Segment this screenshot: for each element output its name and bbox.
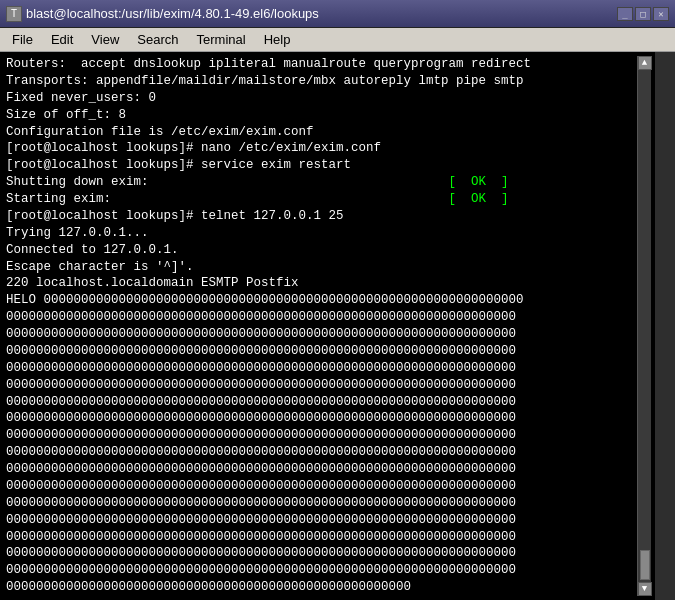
terminal-line: Shutting down exim: [ OK ] [6,174,637,191]
terminal-line: Escape character is '^]'. [6,259,637,276]
terminal-line: Starting exim: [ OK ] [6,191,637,208]
terminal-line: 0000000000000000000000000000000000000000… [6,360,637,377]
maximize-button[interactable]: □ [635,7,651,21]
terminal-line: 0000000000000000000000000000000000000000… [6,410,637,427]
terminal-output: Routers: accept dnslookup ipliteral manu… [6,56,637,596]
terminal-line: 0000000000000000000000000000000000000000… [6,461,637,478]
terminal-window[interactable]: Routers: accept dnslookup ipliteral manu… [0,52,655,600]
terminal-line: Trying 127.0.0.1... [6,225,637,242]
terminal-line: 0000000000000000000000000000000000000000… [6,529,637,546]
menu-file[interactable]: File [4,30,41,49]
terminal-line: Configuration file is /etc/exim/exim.con… [6,124,637,141]
terminal-line: Fixed never_users: 0 [6,90,637,107]
terminal-line: [root@localhost lookups]# nano /etc/exim… [6,140,637,157]
terminal-line: 0000000000000000000000000000000000000000… [6,309,637,326]
menu-edit[interactable]: Edit [43,30,81,49]
terminal-line: 0000000000000000000000000000000000000000… [6,427,637,444]
terminal-line: 0000000000000000000000000000000000000000… [6,326,637,343]
terminal-line: 0000000000000000000000000000000000000000… [6,495,637,512]
terminal-line: Transports: appendfile/maildir/mailstore… [6,73,637,90]
terminal-line: 0000000000000000000000000000000000000000… [6,377,637,394]
terminal-line: 0000000000000000000000000000000000000000… [6,444,637,461]
scrollbar-track[interactable] [639,70,651,582]
scrollbar-thumb[interactable] [640,550,650,580]
scroll-up-button[interactable]: ▲ [638,56,652,70]
title-bar: T blast@localhost:/usr/lib/exim/4.80.1-4… [0,0,675,28]
title-bar-left: T blast@localhost:/usr/lib/exim/4.80.1-4… [6,6,319,22]
terminal-line: 0000000000000000000000000000000000000000… [6,579,637,596]
terminal-line: Size of off_t: 8 [6,107,637,124]
app-icon: T [6,6,22,22]
window-controls: _ □ ✕ [617,7,669,21]
terminal-line: 220 localhost.localdomain ESMTP Postfix [6,275,637,292]
scroll-down-button[interactable]: ▼ [638,582,652,596]
window-title: blast@localhost:/usr/lib/exim/4.80.1-49.… [26,6,319,21]
terminal-line: Connected to 127.0.0.1. [6,242,637,259]
terminal-line: 0000000000000000000000000000000000000000… [6,394,637,411]
terminal-line: 0000000000000000000000000000000000000000… [6,512,637,529]
ok-status: [ OK ] [449,192,509,206]
menu-view[interactable]: View [83,30,127,49]
terminal-line: 0000000000000000000000000000000000000000… [6,562,637,579]
menu-terminal[interactable]: Terminal [189,30,254,49]
menu-bar: File Edit View Search Terminal Help [0,28,675,52]
minimize-button[interactable]: _ [617,7,633,21]
scrollbar[interactable]: ▲ ▼ [637,56,651,596]
ok-status: [ OK ] [449,175,509,189]
terminal-line: [root@localhost lookups]# service exim r… [6,157,637,174]
menu-search[interactable]: Search [129,30,186,49]
close-button[interactable]: ✕ [653,7,669,21]
terminal-line: [root@localhost lookups]# telnet 127.0.0… [6,208,637,225]
menu-help[interactable]: Help [256,30,299,49]
terminal-line: 0000000000000000000000000000000000000000… [6,478,637,495]
terminal-line: 0000000000000000000000000000000000000000… [6,545,637,562]
terminal-line: Routers: accept dnslookup ipliteral manu… [6,56,637,73]
terminal-line: 0000000000000000000000000000000000000000… [6,343,637,360]
terminal-line: HELO 00000000000000000000000000000000000… [6,292,637,309]
